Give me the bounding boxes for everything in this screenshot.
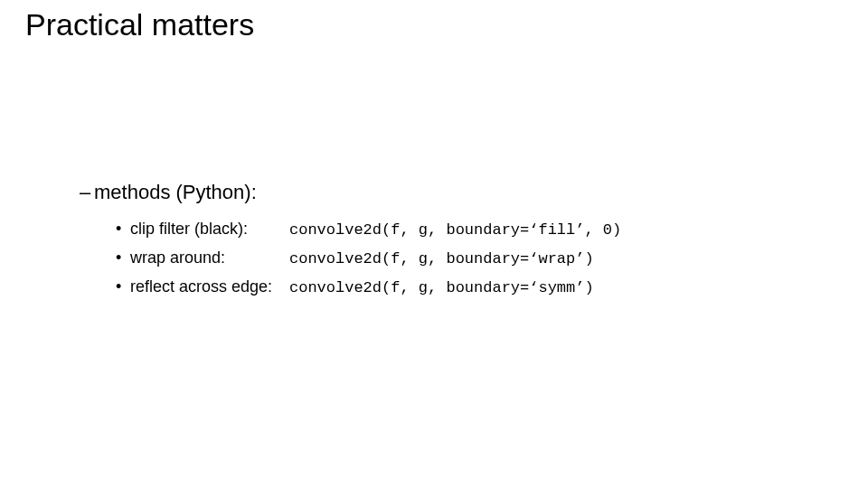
bullet-icon: • [116,244,130,272]
subheading-text: methods (Python): [94,181,257,203]
subheading-row: – methods (Python): [80,181,832,204]
method-label: reflect across edge: [130,273,289,301]
method-code: convolve2d(f, g, boundary=‘symm’) [289,276,594,302]
bullet-icon: • [116,215,130,243]
slide-body: – methods (Python): • clip filter (black… [80,181,832,302]
method-label: wrap around: [130,244,289,272]
method-list: • clip filter (black): convolve2d(f, g, … [116,215,832,302]
dash-bullet-icon: – [80,181,94,204]
list-item: • wrap around: convolve2d(f, g, boundary… [116,244,832,273]
method-label: clip filter (black): [130,215,289,243]
slide: Practical matters – methods (Python): • … [0,0,868,488]
list-item: • clip filter (black): convolve2d(f, g, … [116,215,832,244]
method-code: convolve2d(f, g, boundary=‘wrap’) [289,247,594,273]
method-code: convolve2d(f, g, boundary=‘fill’, 0) [289,218,621,244]
bullet-icon: • [116,273,130,301]
slide-title: Practical matters [25,7,254,42]
list-item: • reflect across edge: convolve2d(f, g, … [116,273,832,302]
